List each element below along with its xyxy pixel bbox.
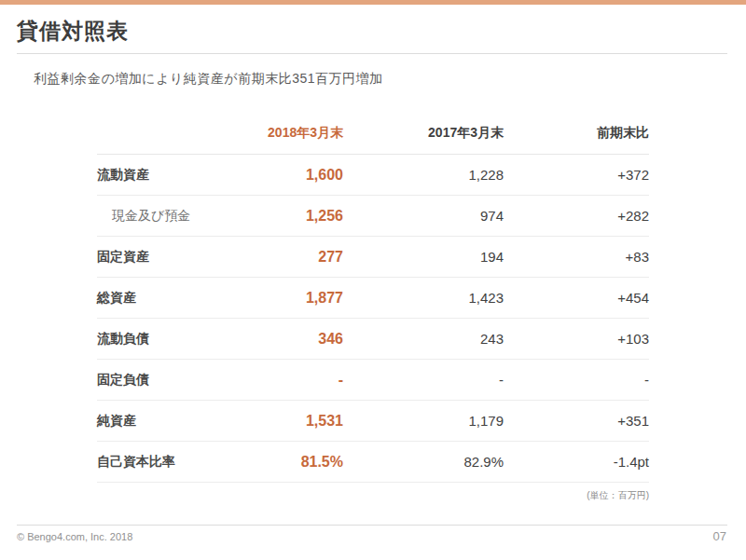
value-diff: +83 xyxy=(504,237,649,278)
value-2017: - xyxy=(343,360,504,401)
header-col-2017: 2017年3月末 xyxy=(343,112,504,155)
table-row: 総資産 1,877 1,423 +454 xyxy=(97,278,649,319)
title-divider xyxy=(17,53,727,54)
row-label: 純資産 xyxy=(97,401,218,442)
copyright-text: © Bengo4.com, Inc. 2018 xyxy=(17,531,132,542)
row-label: 固定負債 xyxy=(97,360,218,401)
row-label: 固定資産 xyxy=(97,237,218,278)
value-2018: 346 xyxy=(218,319,343,360)
value-2018: 1,256 xyxy=(218,196,343,237)
row-label: 流動資産 xyxy=(97,155,218,196)
page-title: 貸借対照表 xyxy=(17,17,129,46)
value-diff: +454 xyxy=(504,278,649,319)
footer-divider xyxy=(17,525,727,526)
value-2017: 82.9% xyxy=(343,442,504,483)
table-row: 流動負債 346 243 +103 xyxy=(97,319,649,360)
top-accent-bar xyxy=(0,0,746,5)
row-label: 総資産 xyxy=(97,278,218,319)
table-header-row: 2018年3月末 2017年3月末 前期末比 xyxy=(97,112,649,155)
header-label-spacer xyxy=(97,112,218,155)
unit-note: (単位：百万円) xyxy=(97,489,649,502)
row-label: 自己資本比率 xyxy=(97,442,218,483)
value-diff: - xyxy=(504,360,649,401)
value-2018: 1,600 xyxy=(218,155,343,196)
value-2018: - xyxy=(218,360,343,401)
value-2017: 243 xyxy=(343,319,504,360)
value-2018: 277 xyxy=(218,237,343,278)
table-row: 流動資産 1,600 1,228 +372 xyxy=(97,155,649,196)
row-label: 現金及び預金 xyxy=(97,196,218,237)
header-col-diff: 前期末比 xyxy=(504,112,649,155)
value-2017: 1,228 xyxy=(343,155,504,196)
table-row: 純資産 1,531 1,179 +351 xyxy=(97,401,649,442)
value-2017: 974 xyxy=(343,196,504,237)
value-diff: -1.4pt xyxy=(504,442,649,483)
subtitle: 利益剰余金の増加により純資産が前期末比351百万円増加 xyxy=(34,71,383,88)
value-2018: 81.5% xyxy=(218,442,343,483)
balance-sheet: 2018年3月末 2017年3月末 前期末比 流動資産 1,600 1,228 … xyxy=(97,112,649,502)
page-number: 07 xyxy=(713,529,726,543)
balance-sheet-table: 2018年3月末 2017年3月末 前期末比 流動資産 1,600 1,228 … xyxy=(97,112,649,483)
table-row: 自己資本比率 81.5% 82.9% -1.4pt xyxy=(97,442,649,483)
value-diff: +372 xyxy=(504,155,649,196)
value-diff: +282 xyxy=(504,196,649,237)
table-row: 現金及び預金 1,256 974 +282 xyxy=(97,196,649,237)
row-label: 流動負債 xyxy=(97,319,218,360)
value-2018: 1,531 xyxy=(218,401,343,442)
table-row: 固定資産 277 194 +83 xyxy=(97,237,649,278)
value-2018: 1,877 xyxy=(218,278,343,319)
value-diff: +351 xyxy=(504,401,649,442)
value-2017: 1,179 xyxy=(343,401,504,442)
value-2017: 1,423 xyxy=(343,278,504,319)
header-col-2018: 2018年3月末 xyxy=(218,112,343,155)
table-row: 固定負債 - - - xyxy=(97,360,649,401)
value-2017: 194 xyxy=(343,237,504,278)
value-diff: +103 xyxy=(504,319,649,360)
